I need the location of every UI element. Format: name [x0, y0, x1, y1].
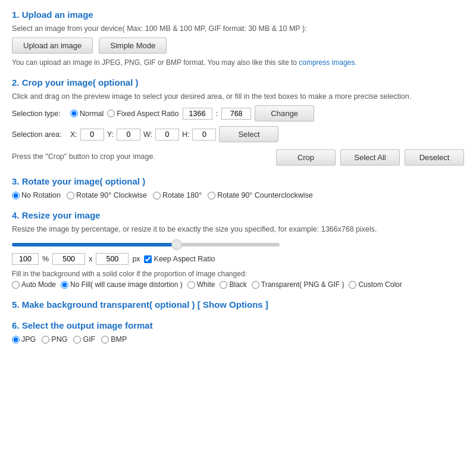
radio-normal-text: Normal — [80, 110, 104, 118]
fill-custom-label[interactable]: Custom Color — [349, 280, 402, 289]
crop-button[interactable]: Crop — [276, 149, 336, 166]
fill-white-label[interactable]: White — [187, 280, 215, 289]
section3-title: 3. Rotate your image( optional ) — [12, 176, 464, 186]
radio-fixed-label[interactable]: Fixed Aspect Ratio — [107, 110, 178, 118]
w-label: W: — [143, 130, 152, 139]
section-transparent: 5. Make background transparent( optional… — [12, 299, 464, 310]
radio-bmp[interactable] — [101, 336, 109, 344]
px-label: px — [132, 255, 140, 263]
resize-percent-input[interactable] — [12, 253, 39, 265]
selection-type-row: Selection type: Normal Fixed Aspect Rati… — [12, 105, 464, 121]
radio-black[interactable] — [220, 281, 227, 289]
section1-title: 1. Upload an image — [12, 10, 464, 20]
aspect-width-input[interactable] — [183, 108, 212, 120]
show-options-link[interactable]: [ Show Options ] — [198, 299, 268, 310]
radio-rotate-90cw[interactable] — [67, 192, 74, 199]
radio-normal-label[interactable]: Normal — [70, 110, 104, 118]
section2-desc: Click and drag on the preview image to s… — [12, 92, 464, 101]
section6-title: 6. Select the output image format — [12, 320, 464, 330]
radio-white[interactable] — [187, 281, 195, 289]
times-label: x — [89, 255, 92, 263]
upload-image-button[interactable]: Upload an image — [12, 38, 93, 54]
radio-no-fill[interactable] — [61, 281, 68, 289]
deselect-button[interactable]: Deselect — [405, 149, 464, 166]
simple-mode-button[interactable]: Simple Mode — [99, 38, 167, 54]
rotate-90cw-label[interactable]: Rotate 90° Clockwise — [67, 191, 147, 199]
radio-custom-color[interactable] — [349, 281, 356, 289]
select-button[interactable]: Select — [219, 126, 278, 142]
format-options: JPG PNG GIF BMP — [12, 335, 464, 344]
radio-no-rotation[interactable] — [12, 192, 20, 199]
fill-black-label[interactable]: Black — [220, 280, 246, 289]
resize-slider-container — [12, 239, 464, 248]
y-label: Y: — [107, 130, 114, 139]
radio-gif[interactable] — [73, 336, 81, 344]
selection-type-label: Selection type: — [12, 110, 65, 118]
upload-note: You can upload an image in JPEG, PNG, GI… — [12, 58, 464, 67]
section-output-format: 6. Select the output image format JPG PN… — [12, 320, 464, 344]
radio-rotate-180[interactable] — [153, 192, 161, 199]
h-label: H: — [182, 130, 190, 139]
rotate-90ccw-text: Rotate 90° Counterclockwise — [217, 191, 313, 199]
keep-aspect-checkbox[interactable] — [144, 255, 152, 263]
radio-png[interactable] — [42, 336, 49, 344]
rotate-none-label[interactable]: No Rotation — [12, 191, 61, 199]
section-upload: 1. Upload an image Select an image from … — [12, 10, 464, 67]
format-jpg-label[interactable]: JPG — [12, 335, 36, 344]
format-png-label[interactable]: PNG — [42, 335, 67, 344]
upload-note-text: You can upload an image in JPEG, PNG, GI… — [12, 58, 299, 67]
radio-jpg[interactable] — [12, 336, 20, 344]
fill-options: Auto Mode No Fill( will cause image dist… — [12, 280, 464, 289]
rotate-none-text: No Rotation — [21, 191, 61, 199]
x-label: X: — [70, 130, 77, 139]
fill-black-text: Black — [229, 280, 246, 289]
percent-label: % — [42, 255, 49, 263]
radio-auto-mode[interactable] — [12, 281, 20, 289]
crop-buttons: Crop Select All Deselect — [276, 149, 464, 166]
radio-fixed-text: Fixed Aspect Ratio — [117, 110, 178, 118]
change-button[interactable]: Change — [255, 105, 314, 121]
w-input[interactable] — [155, 129, 179, 141]
format-gif-label[interactable]: GIF — [73, 335, 95, 344]
fill-transparent-label[interactable]: Transparent( PNG & GIF ) — [252, 280, 345, 289]
fill-auto-text: Auto Mode — [21, 280, 56, 289]
keep-aspect-label[interactable]: Keep Aspect Ratio — [144, 255, 215, 263]
fill-nofill-label[interactable]: No Fill( will cause image distortion ) — [61, 280, 183, 289]
crop-action-row: Press the "Crop" button to crop your ima… — [12, 147, 464, 166]
fill-auto-label[interactable]: Auto Mode — [12, 280, 56, 289]
format-jpg-text: JPG — [21, 335, 36, 344]
fill-note: Fill in the background with a solid colo… — [12, 270, 464, 278]
rotate-90ccw-label[interactable]: Rotate 90° Counterclockwise — [208, 191, 313, 199]
radio-normal[interactable] — [70, 110, 78, 117]
format-bmp-text: BMP — [111, 335, 127, 344]
resize-width-input[interactable] — [52, 253, 85, 265]
fill-custom-text: Custom Color — [358, 280, 402, 289]
format-gif-text: GIF — [83, 335, 95, 344]
x-input[interactable] — [80, 129, 104, 141]
rotate-180-label[interactable]: Rotate 180° — [153, 191, 202, 199]
resize-desc: Resize the image by percentage, or resiz… — [12, 225, 464, 233]
selection-area-label: Selection area: — [12, 130, 65, 139]
aspect-height-input[interactable] — [221, 108, 251, 120]
rotate-90cw-text: Rotate 90° Clockwise — [76, 191, 147, 199]
section2-title: 2. Crop your image( optional ) — [12, 77, 464, 88]
format-png-text: PNG — [51, 335, 67, 344]
radio-transparent[interactable] — [252, 281, 259, 289]
resize-height-input[interactable] — [96, 253, 129, 265]
section5-main-title: 5. Make background transparent( optional… — [12, 299, 195, 310]
fill-white-text: White — [197, 280, 215, 289]
fill-nofill-text: No Fill( will cause image distortion ) — [70, 280, 183, 289]
colon-separator: : — [216, 109, 218, 118]
radio-rotate-90ccw[interactable] — [208, 192, 215, 199]
resize-values-row: % x px Keep Aspect Ratio — [12, 253, 464, 265]
rotate-options: No Rotation Rotate 90° Clockwise Rotate … — [12, 191, 464, 199]
format-bmp-label[interactable]: BMP — [101, 335, 127, 344]
upload-btn-row: Upload an image Simple Mode — [12, 38, 464, 54]
select-all-button[interactable]: Select All — [340, 149, 400, 166]
resize-slider[interactable] — [12, 243, 280, 246]
y-input[interactable] — [117, 129, 140, 141]
compress-images-link[interactable]: compress images. — [299, 58, 356, 67]
crop-press-note: Press the "Crop" button to crop your ima… — [12, 152, 271, 161]
radio-fixed[interactable] — [107, 110, 115, 117]
h-input[interactable] — [192, 129, 216, 141]
